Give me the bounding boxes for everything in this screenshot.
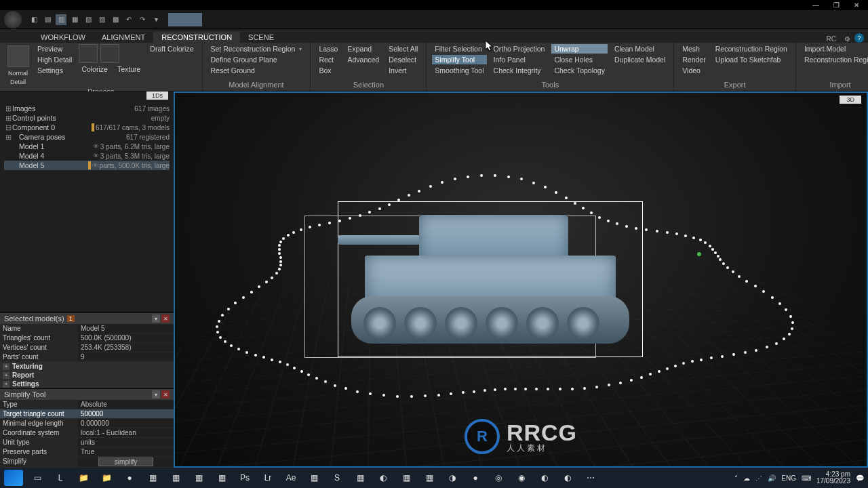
simplify-row[interactable]: Minimal edge length0.000000 [0,419,174,428]
viewport-3d[interactable]: 3D R RRCG 人人素材 [174,92,868,468]
volume-icon[interactable]: 🔊 [768,474,776,482]
export-render-button[interactable]: Render [679,55,708,64]
taskbar-app-13[interactable]: ▦ [305,470,323,485]
wifi-icon[interactable]: ⋰ [755,474,762,482]
define-ground-plane-button[interactable]: Define Ground Plane [208,55,305,64]
taskbar-app-22[interactable]: ◉ [513,470,530,485]
close-button[interactable]: ✕ [846,1,867,9]
qa-btn-1[interactable]: ▤ [42,14,53,25]
smoothing-tool-button[interactable]: Smoothing Tool [432,66,486,75]
taskbar-app-21[interactable]: ◎ [490,470,507,485]
simplify-row[interactable]: Target triangle count500000 [0,409,174,419]
clean-model-button[interactable]: Clean Model [612,44,668,54]
invert-button[interactable]: Invert [386,66,420,75]
property-row[interactable]: NameModel 5 [0,324,174,333]
qa-btn-5[interactable]: ▨ [96,14,107,25]
simplify-row[interactable]: TypeAbsolute [0,400,174,409]
close-holes-button[interactable]: Close Holes [551,55,608,64]
simplify-row[interactable]: Coordinate systemlocal:1 - Euclidean [0,428,174,438]
taskbar-app-15[interactable]: ▦ [351,470,369,485]
tray-expand-icon[interactable]: ˄ [734,474,738,482]
qa-dropdown[interactable]: ▾ [151,14,161,25]
qa-btn-2[interactable]: ▥ [56,14,66,25]
upload-sketchfab-button[interactable]: Upload To Sketchfab [713,55,790,64]
high-detail-button[interactable]: High Detail [35,55,75,64]
selected-model-header[interactable]: Selected model(s) 1 ▾✕ [0,313,174,324]
expand-button[interactable]: Expand [344,44,382,54]
minimize-button[interactable]: — [806,1,826,9]
ortho-projection-button[interactable]: Ortho Projection [491,44,548,54]
export-video-button[interactable]: Video [679,66,708,75]
taskbar-app-14[interactable]: S [328,470,346,485]
unwrap-button[interactable]: Unwrap [551,44,608,54]
taskbar-app-16[interactable]: ◐ [374,470,392,485]
taskbar-app-24[interactable]: ◐ [559,470,576,485]
panel-close-icon[interactable]: ✕ [161,390,170,399]
normal-detail-icon[interactable] [7,45,29,67]
document-tab[interactable] [168,13,202,26]
texture-icon[interactable] [100,44,119,63]
taskbar-app-20[interactable]: ● [467,470,484,485]
taskbar-app-7[interactable]: ▦ [167,470,184,485]
taskbar-app-3[interactable]: 📁 [75,470,92,485]
taskbar-app-17[interactable]: ▦ [397,470,415,485]
simplify-row[interactable]: Preserve partsTrue [0,447,174,457]
qa-btn-redo[interactable]: ↷ [137,14,148,25]
section-report[interactable]: +Report [0,371,174,380]
scene-tree[interactable]: ⊞Images 617 images⊞Control points empty⊟… [0,92,174,174]
taskbar-app-18[interactable]: ▦ [420,470,438,485]
taskbar-app-25[interactable]: ⋯ [582,470,599,485]
tab-reconstruction[interactable]: RECONSTRUCTION [153,32,240,43]
duplicate-model-button[interactable]: Duplicate Model [612,55,668,64]
tree-row[interactable]: ⊞Control points empty [4,113,170,123]
section-settings[interactable]: +Settings [0,380,174,388]
tab-workflow[interactable]: WORKFLOW [33,32,94,43]
simplify-tool-button[interactable]: Simplify Tool [432,55,486,64]
import-reconstruction-region-button[interactable]: Reconstruction Region [802,55,868,64]
box-button[interactable]: Box [316,66,340,75]
reset-ground-button[interactable]: Reset Ground [208,66,305,75]
panel-close-icon[interactable]: ✕ [161,314,170,323]
taskbar-app-2[interactable]: L [52,470,69,485]
taskbar-app-4[interactable]: 📁 [98,470,115,485]
taskbar-app-12[interactable]: Ae [282,470,300,485]
info-panel-button[interactable]: Info Panel [491,55,548,64]
import-model-button[interactable]: Import Model [802,44,868,54]
advanced-button[interactable]: Advanced [344,55,382,64]
tree-row[interactable]: ⊟Component 0 617/617 cams, 3 models [4,123,170,132]
taskbar-app-5[interactable]: ● [121,470,138,485]
qa-btn-3[interactable]: ▦ [69,14,80,25]
tab-alignment[interactable]: ALIGNMENT [94,32,153,43]
tab-scene[interactable]: SCENE [240,32,282,43]
tree-row[interactable]: ⊞Camera poses 617 registered [4,132,170,142]
preview-button[interactable]: Preview [35,44,75,54]
check-topology-button[interactable]: Check Topology [551,66,608,75]
qa-btn-6[interactable]: ▩ [110,14,121,25]
property-row[interactable]: Triangles' count500.0K (500000) [0,333,174,343]
filter-selection-button[interactable]: Filter Selection [432,44,486,54]
taskbar-app-0[interactable] [4,470,23,486]
taskbar-app-9[interactable]: ▦ [213,470,231,485]
ime-icon[interactable]: ⌨ [802,474,811,482]
panel-min-icon[interactable]: ▾ [152,390,160,399]
deselect-button[interactable]: Deselect [386,55,420,64]
taskbar-app-11[interactable]: Lr [259,470,277,485]
tree-row[interactable]: Model 4 👁3 parts, 5.3M tris, large [4,151,170,161]
settings-button[interactable]: Settings [35,66,75,75]
simplify-row[interactable]: Unit typeunits [0,438,174,447]
check-integrity-button[interactable]: Check Integrity [491,66,548,75]
select-all-button[interactable]: Select All [386,44,420,54]
restore-button[interactable]: ❐ [826,1,846,9]
simplify-run-button[interactable]: simplify [98,458,153,466]
taskbar-app-1[interactable]: ▭ [28,470,46,485]
windows-taskbar[interactable]: ▭L📁📁●▦▦▦▦PsLrAe▦S▦◐▦▦◑●◎◉◐◐⋯ ˄ ☁ ⋰ 🔊 ENG… [0,468,868,488]
lasso-button[interactable]: Lasso [316,44,340,54]
panel-min-icon[interactable]: ▾ [152,314,160,323]
cloud-icon[interactable]: ☁ [743,474,750,482]
colorize-icon[interactable] [79,44,98,63]
property-row[interactable]: Parts' count9 [0,352,174,362]
rect-button[interactable]: Rect [316,55,340,64]
export-reconstruction-region-button[interactable]: Reconstruction Region [713,44,790,54]
taskbar-app-10[interactable]: Ps [236,470,254,485]
language-indicator[interactable]: ENG [781,474,796,482]
